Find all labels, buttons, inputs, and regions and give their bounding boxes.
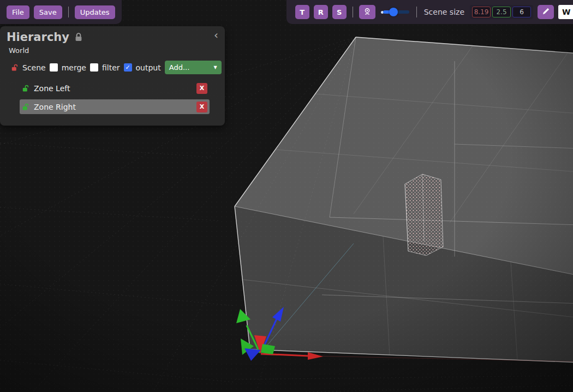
app: { "topbar": { "file_label": "File", "sav…	[0, 0, 573, 392]
chevron-down-icon: ▼	[214, 65, 217, 70]
delete-zone-button[interactable]: X	[196, 102, 207, 112]
lock-icon[interactable]	[74, 32, 83, 42]
zone-name: Zone Right	[34, 103, 76, 111]
scene-size-z-input[interactable]	[512, 7, 531, 17]
rotate-mode-button[interactable]: R	[314, 5, 328, 19]
separator	[68, 7, 69, 17]
zone-row-left[interactable]: Zone Left X	[20, 81, 210, 96]
webcam-icon	[363, 7, 372, 17]
output-label: output	[136, 63, 161, 72]
panel-title: Hierarchy	[7, 31, 69, 44]
world-input[interactable]: W	[558, 5, 573, 19]
add-dropdown-label: Add...	[169, 63, 190, 72]
unlock-icon-red[interactable]	[11, 64, 19, 72]
scene-label: Scene	[22, 63, 46, 72]
pillar-object[interactable]	[405, 174, 443, 256]
separator	[416, 7, 417, 17]
scene-size-label: Scene size	[424, 8, 464, 16]
scene-size-x-input[interactable]	[472, 7, 491, 17]
hierarchy-panel: ‹ Hierarchy World Scene ✓ merge ✓ filter	[0, 26, 225, 126]
filter-checkbox[interactable]: ✓	[90, 63, 98, 72]
unlock-icon-green[interactable]	[22, 85, 29, 92]
pencil-icon	[542, 7, 550, 17]
transform-toolbar: T R S Scene size W	[286, 0, 573, 24]
scene-size-y-input[interactable]	[492, 7, 511, 17]
unlock-icon-green[interactable]	[22, 103, 29, 111]
separator	[353, 7, 353, 17]
toggle-slider[interactable]	[381, 8, 409, 16]
collapse-panel-icon[interactable]: ‹	[214, 28, 218, 41]
slider-knob[interactable]	[389, 8, 398, 16]
check-icon: ✓	[125, 64, 130, 70]
merge-label: merge	[62, 63, 86, 72]
save-button[interactable]: Save	[34, 5, 62, 19]
edit-button[interactable]	[538, 5, 554, 19]
translate-mode-button[interactable]: T	[295, 5, 309, 19]
file-button[interactable]: File	[7, 5, 29, 19]
scene-size-inputs	[470, 5, 533, 19]
merge-checkbox[interactable]: ✓	[50, 63, 58, 72]
panel-title-row: Hierarchy	[0, 26, 225, 44]
zone-name: Zone Left	[34, 84, 70, 93]
filter-label: filter	[102, 63, 120, 72]
output-checkbox[interactable]: ✓	[124, 63, 132, 72]
world-root-label[interactable]: World	[9, 46, 225, 55]
main-toolbar: File Save Updates	[0, 0, 122, 24]
delete-zone-button[interactable]: X	[196, 83, 207, 94]
zone-list: Zone Left X Zone Right X	[20, 81, 225, 114]
scene-row[interactable]: Scene ✓ merge ✓ filter ✓ output Add... ▼	[11, 61, 225, 74]
scale-mode-button[interactable]: S	[332, 5, 347, 19]
camera-button[interactable]	[359, 5, 375, 19]
zone-row-right[interactable]: Zone Right X	[20, 99, 210, 114]
add-dropdown[interactable]: Add... ▼	[165, 61, 222, 74]
updates-button[interactable]: Updates	[75, 5, 115, 19]
